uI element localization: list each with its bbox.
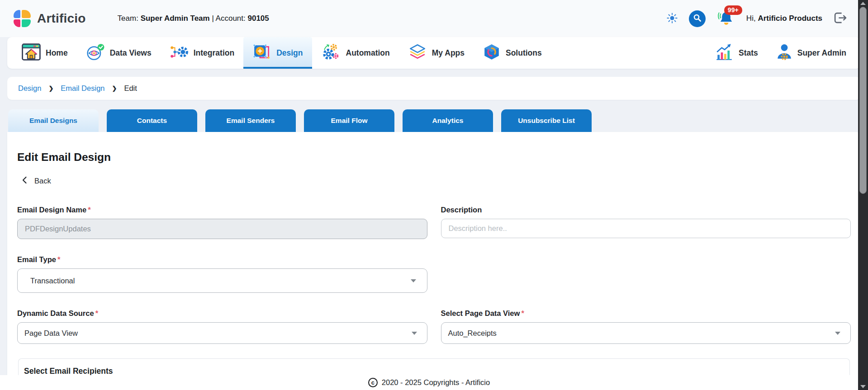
field-email-type: Email Type* Transactional — [17, 255, 427, 293]
tab-analytics[interactable]: Analytics — [403, 109, 493, 132]
nav-item-label: Automation — [346, 48, 390, 58]
chevron-right-icon: ❯ — [48, 85, 53, 92]
eye-check-icon — [86, 43, 105, 62]
tab-unsubscribe-list[interactable]: Unsubscribe List — [501, 109, 592, 132]
search-button[interactable] — [689, 10, 706, 27]
layers-icon — [408, 43, 427, 62]
nav-item-home[interactable]: Home — [13, 37, 77, 69]
notification-badge: 99+ — [724, 5, 742, 15]
search-icon — [693, 14, 702, 23]
field-dynamic-data-source: Dynamic Data Source* Page Data View — [17, 309, 427, 344]
user-greeting: Hi, Artificio Products — [746, 14, 822, 23]
nav-item-automation[interactable]: Automation — [312, 37, 399, 69]
nav-item-label: Home — [46, 48, 68, 58]
back-label: Back — [34, 177, 51, 185]
brand-name: Artificio — [37, 11, 86, 26]
nav-item-label: Integration — [194, 48, 234, 58]
nav-item-label: My Apps — [432, 48, 465, 58]
select-page-data-view-label: Select Page Data View* — [441, 309, 851, 318]
required-marker: * — [57, 255, 60, 263]
field-select-page-data-view: Select Page Data View* Auto_Receipts — [441, 309, 851, 344]
main-navbar: Home Data Views Integrat — [7, 37, 861, 69]
artificio-logo-icon — [14, 10, 31, 28]
chevron-right-icon: ❯ — [112, 85, 117, 92]
nav-item-solutions[interactable]: Solutions — [474, 37, 551, 69]
team-name: Super Admin Team — [141, 14, 210, 23]
user-name: Artificio Products — [758, 14, 822, 23]
required-marker: * — [88, 206, 90, 214]
dynamic-data-source-value: Page Data View — [24, 329, 78, 338]
copyright-footer: c 2020 - 2025 Copyrights - Artificio — [0, 375, 858, 390]
notifications-button[interactable]: 99+ — [716, 8, 735, 29]
divider: | — [212, 14, 213, 23]
nav-item-label: Design — [276, 48, 303, 58]
breadcrumb: Design ❯ Email Design ❯ Edit — [7, 77, 861, 100]
cube-icon — [483, 43, 501, 62]
stats-chart-icon — [715, 43, 734, 62]
breadcrumb-link-design[interactable]: Design — [18, 84, 41, 93]
logout-icon — [833, 11, 847, 26]
email-design-name-input[interactable] — [17, 219, 427, 239]
brand[interactable]: Artificio — [14, 10, 86, 28]
tab-contacts[interactable]: Contacts — [107, 109, 197, 132]
nav-item-label: Solutions — [506, 48, 542, 58]
edit-email-design-panel: Edit Email Design Back Email Design Name… — [7, 132, 861, 382]
admin-user-icon — [776, 43, 792, 62]
scroll-up-arrow-icon[interactable] — [860, 2, 866, 5]
nav-item-label: Stats — [739, 48, 758, 58]
nav-item-my-apps[interactable]: My Apps — [399, 37, 474, 69]
required-marker: * — [521, 309, 524, 317]
nav-item-integration[interactable]: Integration — [161, 37, 243, 69]
scrollbar-thumb[interactable] — [859, 7, 867, 194]
email-type-label: Email Type* — [17, 255, 427, 264]
vertical-scrollbar[interactable] — [858, 0, 868, 390]
page-data-view-select[interactable]: Auto_Receipts — [441, 322, 851, 344]
nav-item-label: Data Views — [110, 48, 152, 58]
team-account-line: Team: Super Admin Team | Account: 90105 — [118, 14, 269, 23]
breadcrumb-link-email-design[interactable]: Email Design — [61, 84, 104, 93]
tab-email-senders[interactable]: Email Senders — [205, 109, 296, 132]
circuit-gear-icon — [170, 43, 189, 62]
nav-item-super-admin[interactable]: Super Admin — [767, 37, 855, 69]
back-button[interactable]: Back — [17, 176, 51, 186]
nav-item-stats[interactable]: Stats — [706, 37, 767, 69]
greeting-prefix: Hi, — [746, 14, 756, 23]
caret-down-icon — [412, 332, 417, 335]
copyright-icon: c — [368, 378, 378, 387]
account-value: 90105 — [248, 14, 269, 23]
nav-item-design[interactable]: Design — [243, 37, 312, 69]
team-label: Team: — [118, 14, 138, 23]
nav-item-data-views[interactable]: Data Views — [77, 37, 161, 69]
recipients-section-title: Select Email Recipients — [24, 367, 844, 376]
dynamic-data-source-label: Dynamic Data Source* — [17, 309, 427, 318]
description-label: Description — [441, 206, 851, 214]
page-title: Edit Email Design — [17, 151, 851, 164]
tab-email-flow[interactable]: Email Flow — [304, 109, 394, 132]
scroll-down-arrow-icon[interactable] — [860, 385, 866, 388]
chevron-left-icon — [22, 176, 27, 186]
nav-item-label: Super Admin — [797, 48, 846, 58]
theme-toggle-button[interactable] — [666, 12, 678, 25]
breadcrumb-current: Edit — [124, 84, 137, 93]
email-type-select[interactable]: Transactional — [17, 268, 427, 293]
field-email-design-name: Email Design Name* — [17, 206, 427, 239]
email-type-value: Transactional — [30, 277, 75, 285]
caret-down-icon — [411, 279, 416, 282]
tab-email-designs[interactable]: Email Designs — [8, 109, 99, 132]
caret-down-icon — [835, 332, 840, 335]
dynamic-data-source-select[interactable]: Page Data View — [17, 322, 427, 344]
page-data-view-value: Auto_Receipts — [448, 329, 497, 338]
sun-icon — [666, 12, 678, 25]
section-tabs: Email Designs Contacts Email Senders Ema… — [7, 109, 861, 132]
home-icon — [22, 43, 41, 62]
email-design-name-label: Email Design Name* — [17, 206, 427, 214]
account-label: Account: — [216, 14, 246, 23]
required-marker: * — [95, 309, 98, 317]
gears-icon — [321, 43, 341, 62]
copyright-text: 2020 - 2025 Copyrights - Artificio — [382, 378, 490, 387]
design-canvas-icon — [252, 43, 271, 62]
logout-button[interactable] — [833, 11, 847, 26]
description-input[interactable] — [441, 219, 851, 238]
field-description: Description — [441, 206, 851, 239]
top-header: Artificio Team: Super Admin Team | Accou… — [0, 0, 868, 37]
